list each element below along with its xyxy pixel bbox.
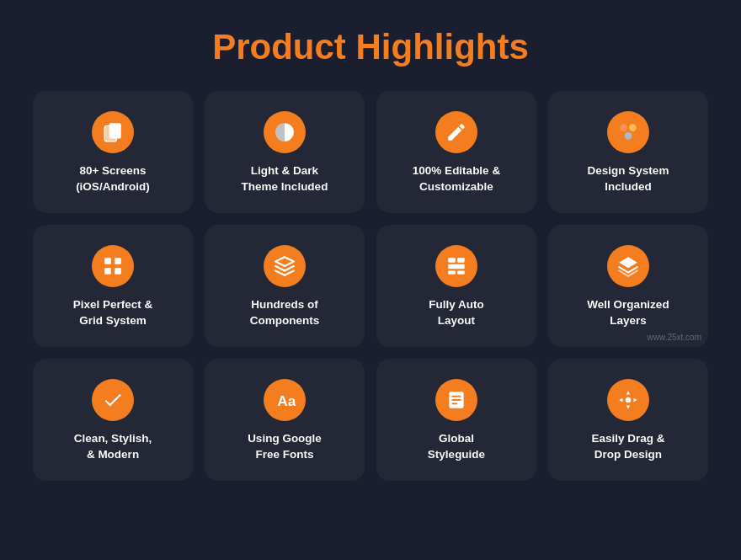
card-light-dark: Light & DarkTheme Included [205,91,365,213]
svg-rect-11 [448,258,456,262]
components-label: Hundreds ofComponents [250,297,320,329]
theme-icon [264,111,306,153]
pixel-perfect-label: Pixel Perfect &Grid System [73,297,153,329]
theme-label: Light & DarkTheme Included [242,163,328,195]
fonts-icon: Aa [264,379,306,421]
svg-point-21 [626,397,632,403]
styleguide-label: GlobalStyleguide [428,431,485,463]
svg-rect-13 [448,264,465,268]
page-title: Product Highlights [212,27,529,67]
auto-layout-label: Fully AutoLayout [429,297,484,329]
card-screens: 80+ Screens(iOS/Android) [33,91,193,213]
card-components: Hundreds ofComponents [205,225,365,347]
svg-point-6 [625,132,632,140]
card-pixel-perfect: Pixel Perfect &Grid System [33,225,193,347]
card-layers: Well OrganizedLayers www.25xt.com [548,225,708,347]
svg-point-4 [620,124,627,131]
drag-label: Easily Drag &Drop Design [591,431,664,463]
editable-label: 100% Editable &Customizable [413,163,500,195]
design-system-icon [607,111,649,153]
watermark: www.25xt.com [648,333,701,342]
fonts-label: Using GoogleFree Fonts [248,431,322,463]
design-system-label: Design SystemIncluded [588,163,669,195]
svg-rect-15 [457,270,465,274]
card-clean: Clean, Stylish,& Modern [33,359,193,481]
card-editable: 100% Editable &Customizable [376,91,536,213]
layers-label: Well OrganizedLayers [587,297,669,329]
card-fonts: Aa Using GoogleFree Fonts [205,359,365,481]
screens-icon [92,111,134,153]
card-design-system: Design SystemIncluded [548,91,708,213]
card-styleguide: GlobalStyleguide [376,359,536,481]
svg-point-5 [629,124,637,131]
drag-icon [607,379,649,421]
editable-icon [435,111,477,153]
svg-text:Aa: Aa [277,392,296,408]
card-drag: Easily Drag &Drop Design [548,359,708,481]
card-auto-layout: Fully AutoLayout [376,225,536,347]
svg-rect-14 [448,270,456,274]
layers-icon [607,245,649,287]
highlights-grid: 80+ Screens(iOS/Android) Light & DarkThe… [16,91,725,481]
svg-rect-1 [104,125,116,141]
clean-icon [92,379,134,421]
svg-rect-12 [457,258,465,262]
svg-rect-7 [104,258,111,264]
clean-label: Clean, Stylish,& Modern [74,431,152,463]
screens-label: 80+ Screens(iOS/Android) [76,163,150,195]
styleguide-icon [435,379,477,421]
components-icon [264,245,306,287]
svg-rect-8 [115,258,121,264]
svg-rect-10 [115,268,121,275]
pixel-perfect-icon [92,245,134,287]
svg-rect-9 [104,268,111,275]
auto-layout-icon [435,245,477,287]
